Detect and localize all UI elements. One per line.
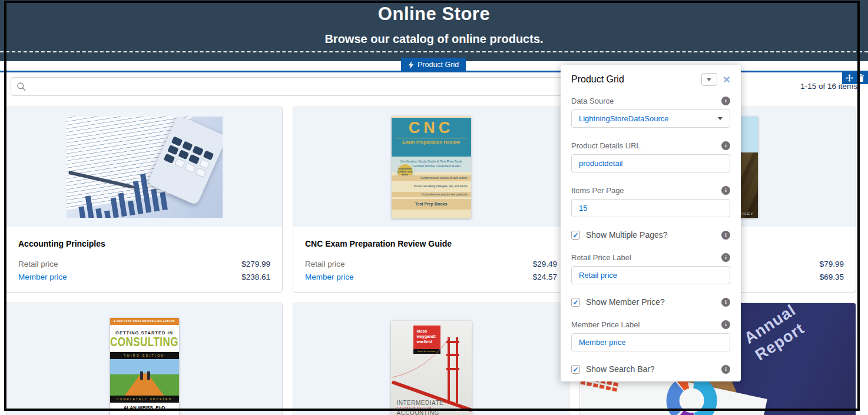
cnc-bullet: Comprehensive reviews of each section [392, 175, 471, 181]
component-mini-toolbar [842, 72, 868, 84]
chevron-down-icon [707, 78, 711, 81]
member-price-value: $24.57 [533, 271, 557, 284]
retail-price-value: $279.99 [241, 258, 270, 271]
panel-title: Product Grid [571, 74, 701, 85]
consulting-edition: THIRD EDITION [110, 352, 179, 359]
data-source-value: LightningStoreDataSource [579, 114, 669, 123]
product-image-consulting-book: A NEW YORK TIMES BESTSELLING AUTHOR GETT… [6, 303, 282, 415]
retail-price-label: Retail price [305, 258, 345, 271]
info-icon[interactable]: i [721, 365, 730, 374]
intermediate-title2: ACCOUNTING [397, 410, 444, 415]
product-image-intermediate-accounting: kieso weygandt warfield learn for succes… [293, 303, 569, 415]
builder-canvas: Online Store Browse our catalog of onlin… [0, 0, 868, 415]
cnc-brand-text: CNC [392, 118, 471, 138]
member-price-link[interactable]: Member price [305, 271, 354, 284]
show-search-bar-checkbox[interactable]: ✓ [571, 365, 580, 374]
page-title: Online Store [0, 4, 868, 25]
data-source-label: Data Source [571, 97, 614, 105]
info-icon[interactable]: i [721, 231, 730, 240]
consulting-kicker: GETTING STARTED IN [110, 330, 179, 336]
consulting-author: ALAN WEISS, PhD [110, 403, 179, 413]
intermediate-title1: INTERMEDIATE [397, 400, 444, 406]
move-icon[interactable] [846, 74, 853, 82]
member-price-value: $69.35 [820, 271, 844, 284]
search-icon [16, 82, 26, 92]
items-per-page-input[interactable] [571, 199, 730, 217]
product-details-url-label: Product Details URL [571, 141, 641, 150]
retail-price-label-label: Retail Price Label [571, 253, 631, 262]
info-icon[interactable]: i [721, 141, 730, 150]
consulting-tagline: A NEW YORK TIMES BESTSELLING AUTHOR [110, 318, 179, 325]
product-details-url-input[interactable] [571, 154, 730, 172]
close-icon[interactable]: × [723, 74, 730, 85]
retail-price-label: Retail price [18, 258, 58, 271]
lightning-bolt-icon [408, 61, 414, 69]
consulting-updated: COMPLETELY UPDATED [110, 396, 179, 403]
product-image-accounting-principles [6, 107, 282, 227]
retail-price-value: $29.49 [533, 258, 557, 271]
cnc-bullet: Proven test-taking strategies, tips, and… [392, 184, 471, 189]
member-price-label-input[interactable] [571, 333, 730, 351]
info-icon[interactable]: i [721, 97, 730, 105]
product-title[interactable]: CNC Exam Preparation Review Guide [305, 239, 557, 248]
chevron-down-icon [718, 117, 723, 120]
data-source-select[interactable]: LightningStoreDataSource [571, 109, 730, 128]
member-price-value: $238.61 [241, 271, 270, 284]
component-tab-product-grid[interactable]: Product Grid [401, 58, 466, 72]
retail-price-label-input[interactable] [571, 266, 730, 284]
show-multiple-pages-label: Show Multiple Pages? [586, 230, 721, 240]
show-member-price-checkbox[interactable]: ✓ [571, 298, 580, 307]
property-panel-product-grid: Product Grid × Data Source i LightningSt… [561, 65, 741, 381]
product-card[interactable]: A NEW YORK TIMES BESTSELLING AUTHOR GETT… [6, 303, 283, 415]
consulting-title: CONSULTING [110, 335, 179, 350]
show-search-bar-label: Show Search Bar? [586, 364, 721, 374]
info-icon[interactable]: i [721, 253, 730, 262]
show-multiple-pages-checkbox[interactable]: ✓ [571, 231, 580, 240]
cnc-band-text: Exam Preparation Review [396, 138, 466, 145]
cnc-footer-text: Test Prep Books [392, 199, 471, 210]
info-icon[interactable]: i [721, 320, 730, 329]
items-per-page-label: Items Per Page [571, 186, 624, 195]
product-card[interactable]: kieso weygandt warfield learn for succes… [293, 303, 569, 415]
retail-price-value: $79.99 [820, 258, 844, 271]
product-card[interactable]: Accounting Principles Retail price$279.9… [6, 107, 283, 293]
product-card[interactable]: CNC Exam Preparation Review Certificatio… [293, 107, 569, 293]
page-subtitle: Browse our catalog of online products. [0, 32, 868, 46]
info-icon[interactable]: i [721, 298, 730, 307]
member-price-label-label: Member Price Label [571, 320, 640, 329]
product-title[interactable]: Accounting Principles [18, 239, 270, 248]
show-member-price-label: Show Member Price? [586, 297, 721, 307]
section-divider-dashed [0, 51, 868, 52]
panel-menu-button[interactable] [701, 73, 717, 86]
trash-icon[interactable] [857, 74, 864, 82]
member-price-link[interactable]: Member price [18, 271, 67, 284]
product-image-cnc-guide: CNC Exam Preparation Review Certificatio… [293, 107, 569, 227]
cnc-bullet: Comprehensive practice test questions [392, 192, 471, 197]
info-icon[interactable]: i [721, 186, 730, 195]
component-tab-label: Product Grid [418, 61, 459, 69]
